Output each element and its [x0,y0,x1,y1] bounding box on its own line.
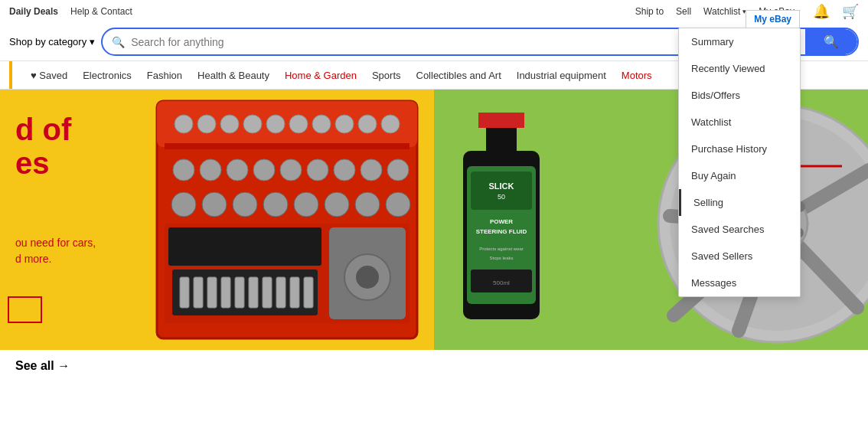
hero-subtext: ou need for cars, d more. [15,235,96,267]
nav-item-motors[interactable]: Motors [622,64,652,87]
nav-item-fashion[interactable]: Fashion [147,64,182,87]
help-contact-link[interactable]: Help & Contact [70,6,132,17]
svg-point-17 [280,159,302,181]
svg-rect-39 [221,277,230,308]
hero-border-box [8,296,42,323]
svg-rect-40 [235,277,244,308]
svg-text:50: 50 [498,193,505,201]
shop-by-category-button[interactable]: Shop by category ▾ [9,36,95,47]
svg-point-26 [294,192,318,217]
notifications-icon[interactable]: 🔔 [813,3,830,20]
svg-rect-42 [263,277,272,308]
svg-point-23 [202,192,227,217]
nav-item-collectibles[interactable]: Collectibles and Art [416,64,501,87]
svg-point-5 [220,115,239,133]
svg-point-28 [355,192,380,217]
svg-rect-37 [194,277,203,308]
see-all-button[interactable]: See all → [0,350,868,382]
hero-headline-line1: d of [15,113,71,146]
svg-point-16 [253,159,275,181]
hero-headline: d of es [15,113,71,180]
svg-point-13 [173,159,194,181]
svg-rect-31 [168,227,321,266]
svg-point-10 [335,115,354,133]
myebay-item-watchlist[interactable]: Watchlist [679,109,800,136]
search-input[interactable] [131,36,703,48]
see-all-label: See all → [15,359,70,373]
svg-text:Stops leaks: Stops leaks [489,256,513,260]
myebay-item-buy-again[interactable]: Buy Again [679,162,800,189]
svg-text:STEERING FLUID: STEERING FLUID [476,228,527,235]
nav-item-industrial[interactable]: Industrial equipment [517,64,606,87]
svg-rect-1 [157,101,417,147]
svg-rect-48 [486,128,517,151]
sell-link[interactable]: Sell [676,6,691,17]
myebay-dropdown: My eBay Summary Recently Viewed Bids/Off… [678,28,801,297]
myebay-item-bids-offers[interactable]: Bids/Offers [679,82,800,109]
svg-rect-44 [290,277,299,308]
watchlist-button[interactable]: Watchlist ▾ [703,6,746,17]
myebay-wrap: My eBay ▾ My eBay Summary Recently Viewe… [759,6,801,17]
nav-item-home-garden[interactable]: Home & Garden [285,64,357,87]
top-bar-left: Daily Deals Help & Contact [9,6,132,17]
svg-point-20 [361,159,382,181]
svg-point-21 [387,159,409,181]
nav-accent [9,61,12,89]
search-button-icon: 🔍 [824,35,839,48]
svg-point-7 [266,115,285,133]
svg-text:SLICK: SLICK [489,181,514,191]
svg-rect-45 [304,277,313,308]
svg-point-19 [334,159,355,181]
daily-deals-link[interactable]: Daily Deals [9,6,58,17]
ship-to-label: Ship to [635,6,664,17]
svg-point-27 [325,192,349,217]
myebay-item-summary[interactable]: Summary [679,28,800,55]
svg-point-29 [386,192,410,217]
top-bar: Daily Deals Help & Contact Ship to Sell … [0,0,868,23]
hero-oil-image: SLICK 50 POWER STEERING FLUID Protects a… [444,101,559,338]
hero-subtext-line1: ou need for cars, [15,235,96,251]
svg-point-22 [171,192,196,217]
myebay-item-saved-sellers[interactable]: Saved Sellers [679,243,800,270]
svg-rect-36 [180,277,189,308]
nav-item-health-beauty[interactable]: Health & Beauty [197,64,269,87]
svg-rect-43 [276,277,286,308]
hero-subtext-line2: d more. [15,251,96,267]
cart-icon[interactable]: 🛒 [842,3,859,20]
svg-text:Protects against wear: Protects against wear [479,247,524,251]
search-button[interactable]: 🔍 [805,29,857,54]
svg-text:POWER: POWER [490,218,513,225]
svg-point-8 [289,115,308,133]
svg-point-3 [175,115,193,133]
svg-rect-2 [165,143,410,149]
nav-item-electronics[interactable]: Electronics [83,64,132,87]
search-input-wrap: 🔍 [103,29,712,54]
nav-item-sports[interactable]: Sports [372,64,401,87]
svg-point-11 [358,115,377,133]
myebay-item-purchase-history[interactable]: Purchase History [679,136,800,162]
svg-point-4 [197,115,216,133]
myebay-item-messages[interactable]: Messages [679,270,800,296]
myebay-dropdown-top-label: My eBay [746,10,800,28]
svg-point-15 [227,159,248,181]
svg-point-6 [243,115,262,133]
svg-point-14 [200,159,221,181]
watchlist-label: Watchlist [703,6,740,17]
svg-rect-47 [478,113,524,128]
nav-item-saved[interactable]: ♥ Saved [31,64,67,87]
top-bar-right: Ship to Sell Watchlist ▾ My eBay ▾ My eB… [635,3,859,20]
svg-point-12 [381,115,400,133]
svg-point-24 [233,192,257,217]
shop-by-category-label: Shop by category [9,36,86,47]
svg-text:500ml: 500ml [493,279,510,286]
svg-rect-51 [471,172,532,210]
svg-point-34 [356,266,379,289]
svg-point-25 [263,192,288,217]
myebay-item-selling[interactable]: Selling [679,189,800,216]
search-icon: 🔍 [112,36,125,48]
hero-toolset-image [149,93,425,346]
hero-headline-line2: es [15,146,71,180]
myebay-item-recently-viewed[interactable]: Recently Viewed [679,55,800,82]
svg-point-9 [312,115,331,133]
myebay-item-saved-searches[interactable]: Saved Searches [679,216,800,243]
